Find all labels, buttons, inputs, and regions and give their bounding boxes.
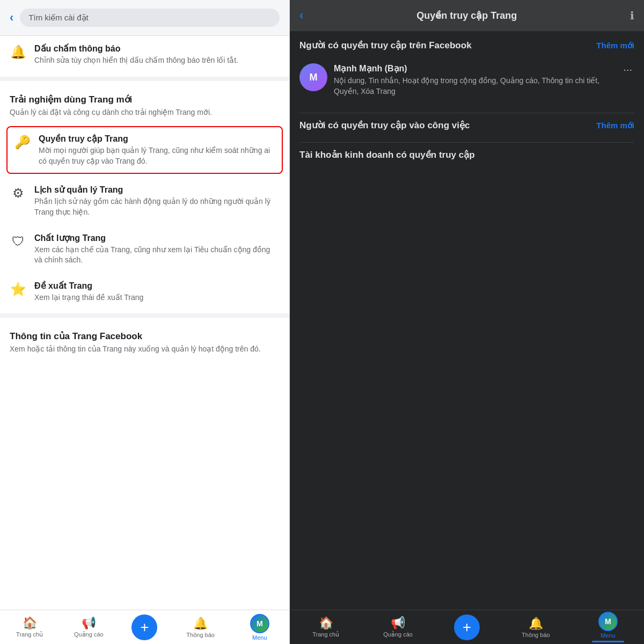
- item-text: Đề xuất Trang Xem lại trạng thái đề xuất…: [34, 281, 143, 303]
- section-row-2: Người có quyền truy cập vào công việc Th…: [299, 120, 634, 131]
- section-title-2: Người có quyền truy cập vào công việc: [299, 120, 590, 131]
- nav-item-home[interactable]: 🏠 Trang chủ: [13, 616, 46, 638]
- section-heading: Trải nghiệm dùng Trang mới: [0, 84, 289, 107]
- section-row: Người có quyền truy cập trên Facebook Th…: [299, 40, 634, 52]
- item-title: Đề xuất Trang: [34, 281, 143, 291]
- active-underline: [592, 641, 624, 642]
- nav-label: Menu: [252, 634, 267, 641]
- item-desc: Xem lại trạng thái đề xuất Trang: [34, 292, 143, 303]
- business-access-section: Tài khoản kinh doanh có quyền truy cập: [299, 149, 634, 161]
- left-bottom-nav: 🏠 Trang chủ 📢 Quảng cáo + 🔔 Thông báo M …: [0, 610, 289, 644]
- list-item[interactable]: 🛡 Chất lượng Trang Xem các hạn chế của T…: [0, 225, 289, 273]
- section-heading-2: Thông tin của Trang Facebook: [0, 321, 289, 344]
- info-button[interactable]: ℹ: [630, 9, 634, 22]
- section-heading-desc: Quản lý cài đặt và công cụ dành cho trải…: [0, 107, 289, 123]
- item-text: Quyền truy cập Trang Mời mọi người giúp …: [39, 134, 275, 166]
- right-title: Quyền truy cập Trang: [310, 10, 624, 21]
- item-title: Quyền truy cập Trang: [39, 134, 275, 144]
- user-name: Mạnh Mạnh (Bạn): [334, 63, 614, 74]
- right-divider-2: [299, 142, 634, 143]
- divider: [0, 313, 289, 318]
- right-nav-notifications[interactable]: 🔔 Thông báo: [519, 617, 552, 638]
- nav-item-notifications[interactable]: 🔔 Thông báo: [185, 617, 217, 638]
- right-nav-ads[interactable]: 📢 Quảng cáo: [382, 616, 414, 638]
- nav-label: Thông báo: [186, 632, 215, 638]
- right-nav-plus-button[interactable]: +: [454, 614, 480, 640]
- home-icon: 🏠: [23, 616, 37, 630]
- avatar: M: [250, 614, 269, 633]
- right-bottom-nav: 🏠 Trang chủ 📢 Quảng cáo + 🔔 Thông báo M …: [290, 610, 644, 644]
- section-heading-desc-2: Xem hoặc tải thông tin của Trang này xuố…: [0, 344, 289, 360]
- star-icon: ⭐: [10, 282, 27, 297]
- nav-item-menu[interactable]: M Menu: [244, 614, 276, 641]
- item-desc: Mời mọi người giúp bạn quản lý Trang, cũ…: [39, 145, 275, 166]
- ads-icon: 📢: [82, 616, 96, 630]
- notification-icon: 🔔: [193, 617, 208, 631]
- list-item[interactable]: 🔔 Dấu chấm thông báo Chỉnh sửa tùy chọn …: [0, 36, 289, 74]
- list-item[interactable]: ⭐ Đề xuất Trang Xem lại trạng thái đề xu…: [0, 273, 289, 311]
- left-back-button[interactable]: ‹: [10, 11, 13, 25]
- item-desc: Phần lịch sử này gồm các hành động quản …: [34, 196, 280, 217]
- history-icon: ⚙: [10, 186, 27, 201]
- ads-icon: 📢: [391, 616, 405, 630]
- right-divider: [299, 113, 634, 113]
- user-card: M Mạnh Mạnh (Bạn) Nội dung, Tin nhắn, Ho…: [299, 58, 634, 102]
- add-new-facebook-button[interactable]: Thêm mới: [596, 41, 634, 50]
- section-row-3: Tài khoản kinh doanh có quyền truy cập: [299, 149, 634, 161]
- nav-label: Thông báo: [522, 632, 550, 638]
- list-item[interactable]: ⚙ Lịch sử quản lý Trang Phần lịch sử này…: [0, 177, 289, 225]
- facebook-access-section: Người có quyền truy cập trên Facebook Th…: [299, 40, 634, 102]
- item-text: Lịch sử quản lý Trang Phần lịch sử này g…: [34, 185, 280, 217]
- nav-label: Quảng cáo: [74, 631, 104, 638]
- user-roles: Nội dung, Tin nhắn, Hoạt động trong cộng…: [334, 76, 614, 97]
- right-back-button[interactable]: ‹: [299, 9, 303, 23]
- work-access-section: Người có quyền truy cập vào công việc Th…: [299, 120, 634, 131]
- item-text: Dấu chấm thông báo Chỉnh sửa tùy chọn hi…: [34, 43, 238, 66]
- nav-label: Quảng cáo: [383, 631, 413, 638]
- nav-label: Trang chủ: [16, 631, 43, 638]
- section-title: Người có quyền truy cập trên Facebook: [299, 40, 590, 52]
- add-new-work-button[interactable]: Thêm mới: [596, 121, 634, 130]
- notification-icon: 🔔: [529, 617, 543, 631]
- right-nav-home[interactable]: 🏠 Trang chủ: [310, 616, 342, 638]
- left-header: ‹ Tìm kiếm cài đặt: [0, 0, 289, 36]
- shield-icon: 🛡: [10, 234, 27, 249]
- item-title: Chất lượng Trang: [34, 233, 280, 243]
- user-info: Mạnh Mạnh (Bạn) Nội dung, Tin nhắn, Hoạt…: [334, 63, 614, 97]
- user-avatar: M: [299, 63, 327, 91]
- right-panel: ‹ Quyền truy cập Trang ℹ Người có quyền …: [290, 0, 644, 644]
- nav-label: Trang chủ: [312, 631, 339, 638]
- right-content: Người có quyền truy cập trên Facebook Th…: [290, 31, 644, 610]
- key-icon: 🔑: [14, 135, 31, 150]
- home-icon: 🏠: [319, 616, 333, 630]
- search-bar[interactable]: Tìm kiếm cài đặt: [20, 9, 280, 27]
- nav-item-ads[interactable]: 📢 Quảng cáo: [72, 616, 105, 638]
- quyen-truy-cap-trang-item[interactable]: 🔑 Quyền truy cập Trang Mời mọi người giú…: [6, 126, 283, 174]
- more-options-button[interactable]: ···: [621, 63, 634, 76]
- nav-label: Menu: [601, 632, 616, 639]
- right-header: ‹ Quyền truy cập Trang ℹ: [290, 0, 644, 31]
- left-content: 🔔 Dấu chấm thông báo Chỉnh sửa tùy chọn …: [0, 36, 289, 610]
- item-title: Dấu chấm thông báo: [34, 43, 238, 54]
- nav-plus-button[interactable]: +: [131, 614, 157, 640]
- item-desc: Xem các hạn chế của Trang, cũng như xem …: [34, 245, 280, 266]
- avatar: M: [598, 612, 618, 631]
- item-desc: Chỉnh sửa tùy chọn hiển thị dấu chấm thô…: [34, 55, 238, 66]
- item-title: Lịch sử quản lý Trang: [34, 185, 280, 195]
- section-title-3: Tài khoản kinh doanh có quyền truy cập: [299, 149, 634, 161]
- left-panel: ‹ Tìm kiếm cài đặt 🔔 Dấu chấm thông báo …: [0, 0, 290, 644]
- right-nav-menu[interactable]: M Menu: [592, 612, 624, 642]
- divider: [0, 77, 289, 81]
- item-text: Chất lượng Trang Xem các hạn chế của Tra…: [34, 233, 280, 266]
- bell-icon: 🔔: [10, 45, 27, 60]
